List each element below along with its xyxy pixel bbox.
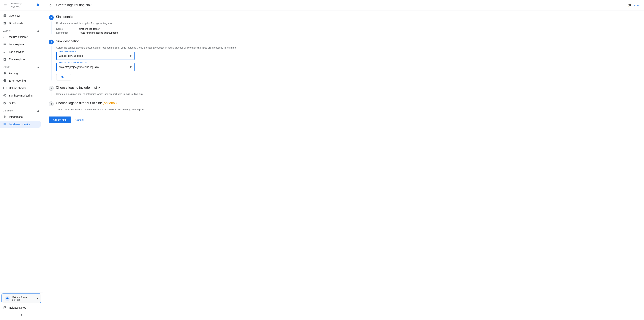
analytics-icon	[3, 50, 7, 54]
step1-section: Sink details Provide a name and descript…	[49, 15, 638, 34]
app-subtitle: Observability	[10, 3, 22, 5]
sidebar-nav: Overview Dashboards Explore ▲ Metrics ex…	[0, 11, 43, 292]
svg-rect-3	[4, 87, 6, 89]
step3-header: 3 Choose logs to include in sink	[49, 86, 638, 91]
select-topic-dropdown[interactable]: projects/[project]/functions-log-sink	[56, 63, 134, 71]
detect-chevron: ▲	[37, 65, 40, 69]
metrics-scope-arrow: ›	[37, 297, 38, 300]
sidebar-item-overview[interactable]: Overview	[0, 12, 41, 20]
step4-title-optional: (optional)	[102, 101, 117, 105]
action-bar: Create sink Cancel	[49, 116, 638, 123]
step3-body: Create an inclusion filter to determine …	[51, 92, 638, 96]
metrics-icon	[3, 35, 7, 39]
sidebar-footer: Metrics Scope 1 project › Release Notes	[0, 292, 43, 320]
metrics-scope-title: Metrics Scope	[12, 296, 37, 299]
step4-badge: 4	[49, 101, 54, 106]
learn-button[interactable]: 🎓 Learn	[628, 3, 640, 7]
step1-body: Provide a name and description for logs …	[51, 22, 638, 34]
svg-rect-0	[4, 4, 7, 5]
sidebar-item-log-based-metrics[interactable]: Log-based metrics	[0, 121, 41, 128]
sidebar-item-uptime-checks[interactable]: Uptime checks	[0, 84, 41, 92]
sidebar-item-log-analytics[interactable]: Log analytics	[0, 48, 41, 56]
error-icon	[3, 79, 7, 83]
detect-section-header[interactable]: Detect ▲	[0, 63, 43, 69]
step4-header: 4 Choose logs to filter out of sink (opt…	[49, 101, 638, 106]
step3-badge: 3	[49, 86, 54, 91]
sidebar-item-logs-explorer-label: Logs explorer	[9, 43, 38, 46]
back-button[interactable]	[47, 2, 54, 9]
logmetrics-icon	[3, 122, 7, 126]
sidebar-item-integrations[interactable]: Integrations	[0, 113, 41, 121]
sidebar-item-dashboards[interactable]: Dashboards	[0, 20, 41, 27]
menu-icon	[3, 3, 8, 8]
step1-description-row: Description Route functions logs to pub/…	[56, 31, 638, 34]
create-sink-button[interactable]: Create sink	[49, 116, 71, 123]
collapse-button[interactable]	[0, 311, 43, 318]
svg-point-5	[6, 297, 8, 298]
sidebar-item-metrics-explorer[interactable]: Metrics explorer	[0, 33, 41, 41]
sidebar-item-metrics-explorer-label: Metrics explorer	[9, 36, 38, 39]
select-topic-wrapper: Select a Cloud Pub/Sub topic * projects/…	[56, 63, 134, 71]
step4-section: 4 Choose logs to filter out of sink (opt…	[49, 101, 638, 111]
select-topic-label: Select a Cloud Pub/Sub topic *	[58, 61, 88, 64]
metrics-scope-avatar	[5, 296, 10, 301]
cancel-button[interactable]: Cancel	[73, 116, 86, 123]
name-label: Name	[56, 28, 79, 30]
release-notes-item[interactable]: Release Notes	[0, 304, 43, 311]
sidebar-item-synthetic-monitoring[interactable]: Synthetic monitoring	[0, 92, 41, 99]
sidebar-item-alerting[interactable]: Alerting	[0, 69, 41, 77]
synthetic-icon	[3, 94, 7, 97]
sidebar-item-error-reporting-label: Error reporting	[9, 79, 38, 82]
configure-label: Configure	[3, 109, 13, 112]
step1-name-row: Name functions-log-router	[56, 28, 638, 30]
logs-icon	[3, 43, 7, 46]
dashboard-icon	[3, 21, 7, 25]
sidebar-item-synthetic-monitoring-label: Synthetic monitoring	[9, 94, 38, 97]
sidebar-item-error-reporting[interactable]: Error reporting	[0, 77, 41, 84]
select-sink-service-dropdown[interactable]: Cloud Pub/Sub topic Cloud Storage BigQue…	[56, 52, 134, 60]
sidebar-item-trace-explorer-label: Trace explorer	[9, 58, 38, 61]
notification-icon[interactable]	[36, 3, 40, 8]
detect-label: Detect	[3, 66, 10, 68]
sidebar-item-slos[interactable]: SLOs	[0, 99, 41, 107]
explore-label: Explore	[3, 30, 10, 32]
sidebar-item-uptime-checks-label: Uptime checks	[9, 87, 38, 90]
explore-chevron: ▲	[37, 29, 40, 33]
sidebar-item-overview-label: Overview	[9, 14, 38, 17]
metrics-scope-text: Metrics Scope 1 project	[12, 296, 37, 301]
description-label: Description	[56, 31, 79, 34]
step3-desc: Create an inclusion filter to determine …	[56, 92, 638, 96]
content-area: Sink details Provide a name and descript…	[43, 11, 644, 320]
sidebar-item-integrations-label: Integrations	[9, 115, 38, 118]
main-content: Create logs routing sink 🎓 Learn Sink de…	[43, 0, 644, 320]
step1-desc: Provide a name and description for logs …	[56, 22, 638, 25]
next-button[interactable]: Next	[56, 74, 71, 80]
step3-title: Choose logs to include in sink	[56, 86, 100, 90]
release-notes-icon	[3, 306, 7, 309]
step3-section: 3 Choose logs to include in sink Create …	[49, 86, 638, 96]
step4-title: Choose logs to filter out of sink (optio…	[56, 101, 117, 105]
page-title: Create logs routing sink	[56, 3, 92, 7]
sidebar-item-slos-label: SLOs	[9, 102, 38, 105]
sidebar-item-logs-explorer[interactable]: Logs explorer	[0, 41, 41, 48]
sidebar-item-trace-explorer[interactable]: Trace explorer	[0, 56, 41, 63]
svg-point-4	[4, 95, 6, 96]
sidebar-item-alerting-label: Alerting	[9, 72, 38, 75]
sidebar-item-log-analytics-label: Log analytics	[9, 50, 38, 53]
step2-title: Sink destination	[56, 39, 80, 43]
trace-icon	[3, 58, 7, 61]
configure-section-header[interactable]: Configure ▲	[0, 107, 43, 113]
sidebar-item-log-based-metrics-label: Log-based metrics	[9, 123, 38, 126]
step2-badge: 2	[49, 40, 54, 44]
sidebar: Observability Logging Overview Dashboard…	[0, 0, 43, 320]
sidebar-header: Observability Logging	[0, 0, 43, 11]
configure-chevron: ▲	[37, 109, 40, 112]
svg-point-6	[8, 298, 8, 298]
app-title: Logging	[10, 5, 22, 8]
metrics-scope-sub: 1 project	[12, 299, 37, 301]
release-notes-label: Release Notes	[9, 306, 26, 309]
description-value: Route functions logs to pub/sub topic	[79, 31, 118, 34]
uptime-icon	[3, 86, 7, 90]
explore-section-header[interactable]: Explore ▲	[0, 27, 43, 33]
metrics-scope-item[interactable]: Metrics Scope 1 project ›	[2, 293, 41, 303]
